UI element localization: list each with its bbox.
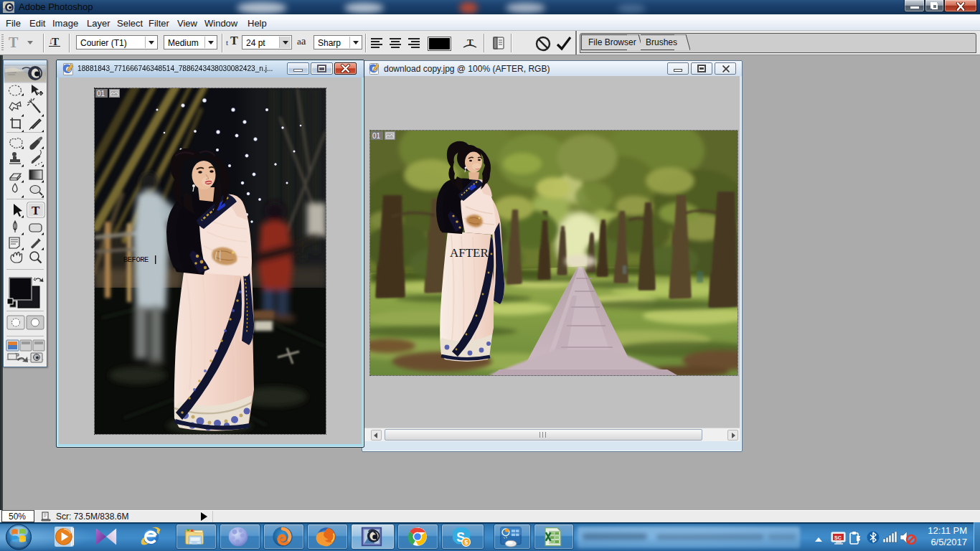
- svg-text:BEFORE: BEFORE: [123, 255, 149, 264]
- svg-text:T: T: [467, 37, 473, 47]
- svg-text:5: 5: [465, 539, 468, 546]
- svg-text:T: T: [32, 204, 40, 217]
- svg-text:01: 01: [372, 132, 381, 140]
- svg-text:SC: SC: [834, 535, 842, 540]
- svg-text:AFTER: AFTER: [450, 246, 489, 260]
- svg-text:01: 01: [97, 90, 105, 98]
